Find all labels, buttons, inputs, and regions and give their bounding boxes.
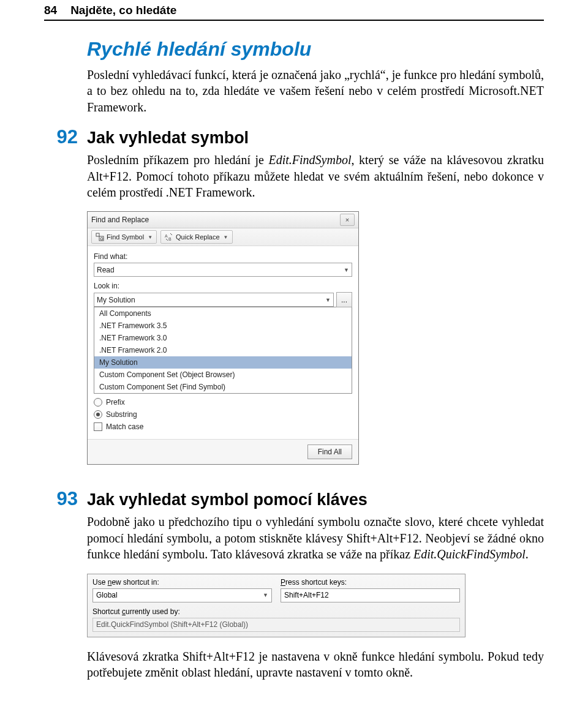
checkbox-icon (94, 422, 102, 431)
svg-point-2 (100, 238, 103, 240)
tip-title: Jak vyhledat symbol (87, 129, 249, 148)
command-name: Edit.QuickFindSymbol (413, 547, 526, 561)
page-number: 84 (44, 4, 57, 17)
find-symbol-icon (96, 233, 104, 241)
substring-radio[interactable]: Substring (94, 408, 352, 421)
radio-icon (94, 410, 102, 419)
chevron-down-icon: ▼ (344, 267, 349, 273)
tip-title: Jak vyhledat symbol pomocí kláves (87, 490, 368, 509)
chevron-down-icon: ▼ (263, 592, 268, 598)
ellipsis-icon: ... (341, 296, 347, 304)
dialog-toolbar: Find Symbol ▼ AB Quick Replace ▼ (88, 228, 358, 246)
svg-text:B: B (168, 237, 172, 241)
use-shortcut-in-combobox[interactable]: Global ▼ (92, 588, 272, 602)
svg-rect-0 (96, 233, 99, 236)
chevron-down-icon: ▼ (224, 234, 228, 240)
match-case-checkbox[interactable]: Match case (94, 421, 352, 433)
look-in-combobox[interactable]: My Solution ▼ (94, 293, 334, 307)
page-header: 84 Najděte, co hledáte (44, 0, 544, 21)
svg-text:A: A (165, 234, 168, 238)
tab-label: Find Symbol (107, 233, 144, 241)
list-item[interactable]: .NET Framework 3.5 (94, 320, 352, 332)
chevron-down-icon: ▼ (325, 297, 331, 303)
chevron-down-icon: ▼ (148, 234, 153, 240)
list-item-selected[interactable]: My Solution (94, 356, 352, 369)
button-label: Find All (318, 448, 342, 456)
combobox-value: Global (96, 591, 118, 599)
find-all-button[interactable]: Find All (307, 445, 352, 459)
keyboard-options-panel: Use new shortcut in: Global ▼ Press shor… (87, 574, 466, 637)
use-shortcut-in-label: Use new shortcut in: (92, 578, 272, 587)
section-intro-paragraph: Poslední vyhledávací funkcí, která je oz… (44, 67, 544, 115)
find-replace-dialog: Find and Replace × Find Symbol ▼ AB Quic… (87, 211, 359, 465)
quick-replace-tab[interactable]: AB Quick Replace ▼ (160, 230, 232, 244)
tip-number: 93 (44, 488, 87, 510)
look-in-label: Look in: (94, 282, 352, 290)
press-shortcut-keys-label: Press shortcut keys: (281, 578, 460, 587)
list-item[interactable]: All Components (94, 307, 352, 320)
list-item[interactable]: .NET Framework 2.0 (94, 344, 352, 356)
radio-label: Substring (106, 410, 137, 419)
section-title: Rychlé hledání symbolu (44, 38, 544, 61)
dialog-title: Find and Replace (91, 216, 340, 224)
footer-paragraph: Klávesová zkratka Shift+Alt+F12 je nasta… (44, 648, 544, 681)
shortcut-currently-used-label: Shortcut currently used by: (92, 607, 460, 616)
radio-icon (94, 398, 102, 407)
tip-number: 92 (44, 126, 87, 148)
tip-93-heading: 93 Jak vyhledat symbol pomocí kláves (44, 488, 544, 510)
dialog-titlebar[interactable]: Find and Replace × (88, 212, 358, 228)
tip-92-paragraph: Posledním příkazem pro hledání je Edit.F… (44, 152, 544, 200)
combobox-value: My Solution (97, 296, 135, 304)
list-item[interactable]: Custom Component Set (Object Browser) (94, 369, 352, 381)
text: Posledním příkazem pro hledání je (87, 153, 268, 167)
find-what-input[interactable]: Read ▼ (94, 263, 352, 277)
find-what-label: Find what: (94, 252, 352, 261)
radio-label: Prefix (106, 398, 125, 407)
input-value: Read (97, 266, 115, 274)
prefix-radio[interactable]: Prefix (94, 396, 352, 408)
look-in-dropdown-list: All Components .NET Framework 3.5 .NET F… (94, 307, 352, 394)
tip-92-heading: 92 Jak vyhledat symbol (44, 126, 544, 148)
chapter-title: Najděte, co hledáte (70, 4, 176, 17)
close-icon: × (345, 216, 349, 223)
close-button[interactable]: × (340, 214, 355, 226)
command-name: Edit.FindSymbol (268, 153, 351, 167)
list-item[interactable]: .NET Framework 3.0 (94, 332, 352, 344)
text: . (526, 547, 529, 561)
tip-93-paragraph: Podobně jako u předchozího tipu o vyhled… (44, 514, 544, 562)
quick-replace-icon: AB (165, 233, 173, 241)
input-value: Shift+Alt+F12 (284, 591, 329, 599)
list-item[interactable]: Custom Component Set (Find Symbol) (94, 381, 352, 393)
find-symbol-tab[interactable]: Find Symbol ▼ (91, 230, 157, 244)
press-shortcut-keys-input[interactable]: Shift+Alt+F12 (281, 588, 460, 602)
checkbox-label: Match case (106, 422, 143, 431)
browse-button[interactable]: ... (336, 292, 352, 307)
shortcut-currently-used-value: Edit.QuickFindSymbol (Shift+Alt+F12 (Glo… (92, 618, 460, 632)
tab-label: Quick Replace (176, 233, 220, 241)
